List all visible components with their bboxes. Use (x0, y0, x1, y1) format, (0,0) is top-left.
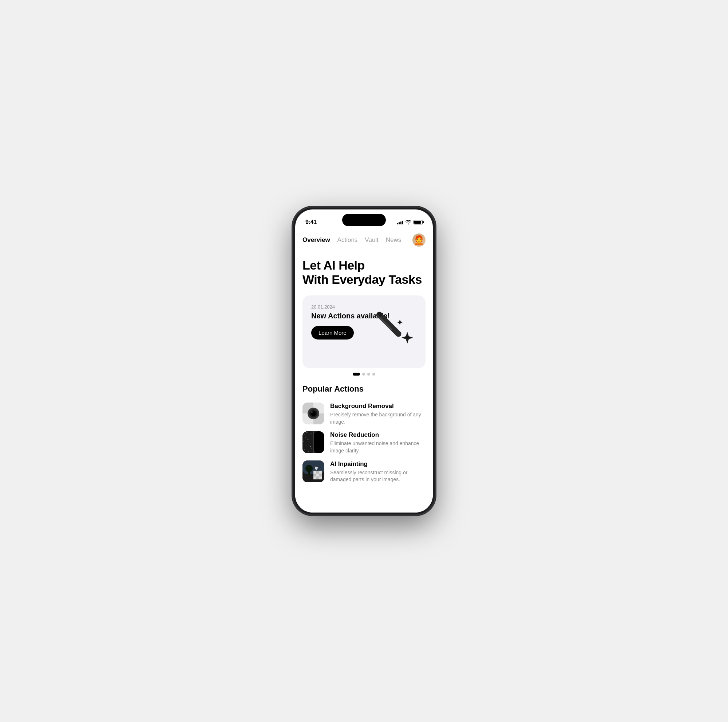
svg-rect-37 (319, 471, 322, 474)
bg-removal-name: Background Removal (330, 403, 425, 410)
svg-point-17 (307, 439, 309, 440)
app-content[interactable]: Overview Actions Vault News 🧑‍🦰 Let AI H… (295, 229, 433, 512)
svg-point-15 (309, 435, 310, 435)
wifi-icon (405, 220, 411, 224)
svg-point-20 (309, 442, 309, 443)
phone-device: 9:41 (293, 207, 435, 515)
signal-icon (397, 220, 403, 224)
svg-point-25 (311, 448, 312, 449)
ai-inpainting-info: AI Inpainting Seamlessly reconstruct mis… (330, 460, 425, 483)
hero-title-line1: Let AI Help (303, 258, 365, 272)
svg-point-19 (303, 441, 304, 442)
svg-rect-26 (314, 431, 324, 453)
nav-item-overview[interactable]: Overview (303, 235, 330, 245)
svg-point-32 (305, 465, 313, 472)
svg-rect-38 (314, 474, 316, 477)
noise-reduction-name: Noise Reduction (330, 431, 425, 438)
svg-point-18 (311, 433, 312, 434)
svg-point-24 (308, 451, 309, 452)
popular-actions-title: Popular Actions (303, 384, 425, 394)
svg-rect-41 (314, 477, 316, 480)
svg-rect-43 (319, 477, 322, 480)
ai-inpainting-name: AI Inpainting (330, 460, 425, 468)
svg-rect-33 (308, 471, 310, 475)
dynamic-island (342, 214, 386, 226)
svg-rect-42 (316, 477, 319, 480)
svg-point-22 (310, 446, 311, 447)
navigation: Overview Actions Vault News 🧑‍🦰 (295, 229, 433, 250)
carousel-dots (303, 372, 425, 376)
noise-reduction-desc: Eliminate unwanted noise and enhance ima… (330, 440, 425, 454)
svg-rect-12 (303, 431, 313, 453)
bg-removal-info: Background Removal Precisely remove the … (330, 403, 425, 426)
svg-point-13 (304, 434, 305, 435)
svg-point-23 (304, 449, 305, 450)
ai-inpainting-desc: Seamlessly reconstruct missing or damage… (330, 469, 425, 483)
ai-inpainting-icon (303, 460, 324, 482)
svg-point-10 (311, 411, 313, 413)
svg-rect-35 (314, 471, 316, 474)
carousel-section: 20.01.2024 New Actions available! Learn … (295, 293, 433, 382)
hero-title: Let AI Help With Everyday Tasks (303, 258, 425, 287)
popular-actions-section: Popular Actions (295, 382, 433, 489)
nav-item-news[interactable]: News (386, 235, 401, 245)
carousel-card: 20.01.2024 New Actions available! Learn … (303, 296, 425, 368)
nav-item-actions[interactable]: Actions (337, 235, 358, 245)
svg-point-16 (305, 437, 306, 437)
learn-more-button[interactable]: Learn More (311, 326, 354, 339)
avatar[interactable]: 🧑‍🦰 (412, 233, 425, 247)
wand-illustration (367, 299, 418, 357)
hero-section: Let AI Help With Everyday Tasks (295, 250, 433, 293)
dot-2[interactable] (362, 372, 365, 376)
bg-removal-icon (303, 403, 324, 425)
svg-rect-36 (316, 471, 319, 474)
status-time: 9:41 (305, 219, 317, 225)
phone-screen: 9:41 (295, 210, 433, 512)
battery-icon (413, 220, 423, 224)
svg-point-21 (306, 445, 306, 446)
hero-title-line2: With Everyday Tasks (303, 273, 422, 286)
bg-removal-desc: Precisely remove the background of any i… (330, 411, 425, 426)
svg-rect-27 (313, 431, 314, 453)
noise-reduction-icon (303, 431, 324, 453)
svg-rect-40 (319, 474, 322, 477)
status-icons (397, 220, 423, 224)
svg-point-14 (306, 432, 307, 433)
dot-1[interactable] (353, 372, 360, 376)
noise-reduction-info: Noise Reduction Eliminate unwanted noise… (330, 431, 425, 454)
dot-3[interactable] (367, 372, 370, 376)
action-item-noise-reduction[interactable]: Noise Reduction Eliminate unwanted noise… (303, 428, 425, 457)
dot-4[interactable] (372, 372, 375, 376)
action-item-ai-inpainting[interactable]: AI Inpainting Seamlessly reconstruct mis… (303, 458, 425, 486)
svg-rect-39 (316, 474, 319, 477)
nav-item-vault[interactable]: Vault (365, 235, 379, 245)
action-item-bg-removal[interactable]: Background Removal Precisely remove the … (303, 400, 425, 428)
